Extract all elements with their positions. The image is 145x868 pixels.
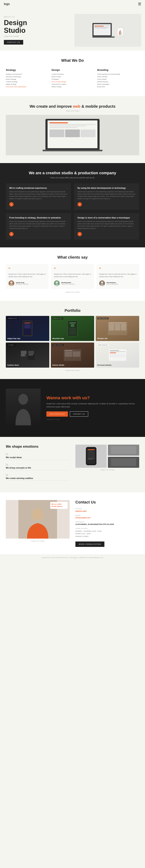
author-role-3: SALES MANAGER — [107, 283, 118, 285]
step-3-divider — [6, 480, 69, 481]
strategy-heading: Strategy — [6, 68, 48, 71]
service-col-strategy: Strategy Analytics and Research Interact… — [6, 68, 48, 88]
testimonial-author-3: Bob Roberts SALES MANAGER — [99, 280, 137, 286]
branding-item-2[interactable]: Motion identity — [97, 76, 139, 78]
hero-title: Design Studio — [4, 19, 70, 34]
clients-image-note: Images from Freepik — [6, 291, 139, 293]
contact-hours-label: OPEN HOURS — [76, 528, 139, 529]
author-role-2: CHIEF ACCOUNTANT — [61, 283, 75, 285]
testimonial-card-3: " Sample text. Click to select the text … — [96, 264, 139, 289]
strategy-item-3[interactable]: Brand Strategy — [6, 79, 48, 80]
footer: Sample text. Click to select the text bo… — [0, 555, 145, 560]
contact-section: We are a Web Design Agency Image from Fr… — [0, 492, 145, 555]
emotions-right: Images from Freepik — [76, 444, 139, 471]
feature-3-number: 3 — [9, 232, 13, 236]
work-text: Simple Text. Lorem ipsum dolor sit amet,… — [47, 402, 139, 408]
emotion-img-note: Images from Freepik — [76, 469, 139, 471]
contact-consultation-button[interactable]: BOOK CONSULTATION — [76, 541, 105, 547]
contact-title: Contact Us — [76, 500, 139, 504]
nav-menu-icon[interactable]: ☰ — [138, 2, 141, 6]
work-text-area: Wanna work with us? Simple Text. Lorem i… — [47, 395, 139, 420]
portfolio-item-1[interactable]: MOBILE APP Happy Day App. — [6, 316, 49, 341]
portfolio-item-2[interactable]: MOBILE APP Mountain App — [51, 316, 94, 341]
branding-item-6[interactable]: Brand films — [97, 86, 139, 88]
emotion-img-1 — [76, 444, 107, 468]
avatar-3 — [99, 280, 105, 286]
contact-left-col: We are a Web Design Agency Image from Fr… — [6, 500, 69, 542]
portfolio-item-6[interactable]: WEB DESIGN Personal website — [96, 343, 139, 368]
hero-subtitle: Image from Freepik — [4, 35, 70, 37]
step-1-divider — [6, 460, 69, 460]
web-mobile-image-note: Image from Freepik — [6, 110, 139, 112]
contact-address-label: ADDRESS — [76, 521, 139, 523]
design-heading: Design — [52, 68, 93, 71]
contact-address: ADDRESS ALEXANDRIA, 30 WASHINGTON STR 21… — [76, 521, 139, 525]
hero-about-label: ABOUT US — [4, 16, 70, 18]
portfolio-label-6: Personal website — [97, 364, 112, 366]
branding-item-3[interactable]: Sonic identity — [97, 79, 139, 80]
strategy-item-4[interactable]: Content Strategy — [6, 81, 48, 83]
design-item-6[interactable]: Motion Design — [52, 86, 93, 88]
contact-email: EMAIL info@sample.com — [76, 515, 139, 519]
testimonial-text-3: Sample text. Click to select the text bo… — [99, 273, 137, 278]
feature-1-title: We're crafting emotional experiences — [9, 187, 67, 189]
testimonial-text-1: Sample text. Click to select the text bo… — [8, 273, 46, 278]
contact-phone: PHONE (000)123-4567 — [76, 508, 139, 512]
author-name-3: Bob Roberts — [107, 282, 118, 283]
work-portfolio-button[interactable]: OUR PORTFOLIO — [47, 411, 68, 416]
branding-item-4[interactable]: Brands Naming — [97, 81, 139, 83]
clients-title: What clients say — [6, 255, 139, 259]
author-role-1: BUSINESS OWNER — [16, 283, 28, 285]
portfolio-label-2: Mountain App — [52, 338, 64, 339]
creative-studio-section: We are a creative studio & production co… — [0, 163, 145, 247]
web-mobile-image — [6, 115, 139, 155]
footer-text: Sample text. Click to select the text bo… — [4, 557, 141, 558]
portfolio-label-1: Happy Day App. — [7, 338, 21, 339]
feature-2-title: By using the latest developments in tech… — [78, 187, 136, 189]
design-item-2[interactable]: Brand Guides — [52, 76, 93, 78]
testimonial-card-1: " Sample text. Click to select the text … — [6, 264, 49, 289]
strategy-item-6[interactable]: Conversion Rate Optimization — [6, 86, 48, 88]
strategy-item-1[interactable]: Analytics and Research — [6, 73, 48, 75]
svg-point-2 — [56, 281, 58, 284]
quote-icon-3: " — [99, 267, 137, 272]
portfolio-item-3[interactable]: WEB DESIGN Recipes site — [96, 316, 139, 341]
portfolio-item-5[interactable]: WEB DESIGN Interior Studio — [51, 343, 94, 368]
svg-point-4 — [101, 281, 103, 284]
emotions-left: We shape emotions 01. We sculpt ideas 02… — [6, 444, 69, 485]
creative-studio-title: We are a creative studio & production co… — [6, 171, 139, 175]
hero-image-area — [75, 14, 141, 47]
web-mobile-section: We create and improve web & mobile produ… — [0, 96, 145, 163]
service-col-branding: Branding Visual identity and Verbal iden… — [97, 68, 139, 88]
author-name-1: Sasha Gray — [16, 282, 28, 283]
branding-item-5[interactable]: Brand campaigns — [97, 83, 139, 85]
design-item-1[interactable]: Creative Direction — [52, 73, 93, 75]
testimonial-text-2: Sample text. Click to select the text bo… — [54, 273, 91, 278]
hero-text: ABOUT US Design Studio Image from Freepi… — [4, 16, 70, 44]
step-3-number: 03. — [6, 474, 69, 476]
design-item-5[interactable]: Visual Asset Creation — [52, 83, 93, 85]
branding-item-1[interactable]: Visual identity and Verbal identity — [97, 73, 139, 75]
work-with-us-section: Wanna work with us? Simple Text. Lorem i… — [0, 379, 145, 437]
strategy-item-2[interactable]: Interactive Workshops — [6, 76, 48, 78]
features-grid: We're crafting emotional experiences Dic… — [6, 183, 139, 240]
feature-item-4: Design is more of a conversation than a … — [74, 213, 139, 240]
contact-hours: OPEN HOURS MONDAY - THURSDAY 10:00 - 20:… — [76, 528, 139, 538]
svg-point-6 — [18, 394, 28, 405]
portfolio-item-4[interactable]: STORES Fashion Store — [6, 343, 49, 368]
contact-email-value: info@sample.com — [76, 517, 139, 519]
portfolio-label-3: Recipes site — [97, 338, 108, 339]
work-contact-button[interactable]: CONTACT US — [70, 411, 88, 416]
creative-studio-subtitle: These core values define who we are and … — [6, 177, 139, 179]
design-item-3[interactable]: Prototypes — [52, 79, 93, 80]
hero-contact-button[interactable]: CONTACT US — [4, 40, 23, 44]
design-item-4[interactable]: UI/UX & Web Design — [52, 81, 93, 83]
quote-icon-2: " — [54, 267, 91, 272]
feature-3-title: From branding to strategy, illustration … — [9, 217, 67, 219]
portfolio-label-4: Fashion Store — [7, 364, 19, 366]
author-name-2: Nat Reynolds — [61, 282, 75, 283]
services-grid: Strategy Analytics and Research Interact… — [6, 68, 139, 88]
portfolio-label-5: Interior Studio — [52, 364, 64, 366]
step-3: 03. We create winning realities — [6, 474, 69, 481]
strategy-item-5[interactable]: Digital Strategy — [6, 83, 48, 85]
